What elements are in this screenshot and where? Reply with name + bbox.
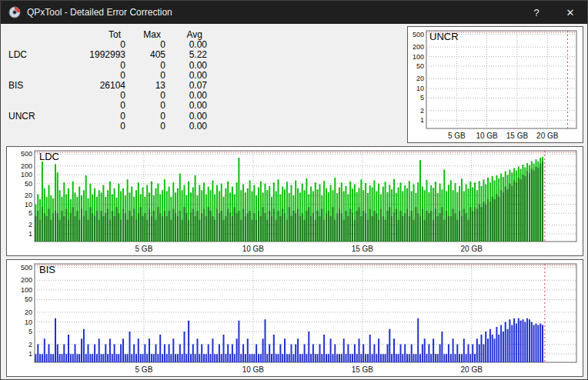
svg-text:50: 50	[25, 180, 32, 188]
svg-text:15 GB: 15 GB	[352, 245, 374, 253]
window-content: TotMaxAvg000.00LDC19929934055.22000.0000…	[1, 24, 587, 379]
svg-text:5: 5	[28, 209, 32, 217]
plot-area	[426, 31, 576, 128]
stat-tot-value: 1992993	[44, 50, 125, 60]
ldc-chart-svg: 5002001005020105215 GB10 GB15 GB20 GB	[7, 147, 583, 255]
stat-max-value: 0	[125, 61, 165, 71]
svg-text:5 GB: 5 GB	[135, 245, 153, 253]
svg-text:50: 50	[25, 295, 32, 303]
stat-tot-value: 26104	[44, 81, 125, 91]
svg-text:10: 10	[416, 85, 424, 92]
qpxtool-window: QPxTool - Detailed Error Correction ? ✕ …	[0, 0, 588, 380]
stat-row-label	[8, 91, 44, 101]
svg-text:200: 200	[21, 276, 32, 284]
stat-tot-value: 0	[44, 112, 125, 122]
stat-row-label	[8, 61, 44, 71]
stat-tot-value: 0	[44, 91, 125, 101]
svg-text:200: 200	[21, 162, 32, 170]
bis-chart-svg: 5002001005020105215 GB10 GB15 GB20 GB	[7, 260, 583, 376]
svg-text:10 GB: 10 GB	[242, 245, 265, 253]
stat-corner	[8, 30, 44, 40]
stat-row-label: BIS	[8, 81, 44, 91]
svg-text:10 GB: 10 GB	[476, 132, 498, 140]
stat-avg-value: 0.00	[165, 61, 207, 71]
stat-max-value: 0	[125, 122, 165, 132]
svg-text:5: 5	[420, 94, 424, 102]
svg-text:200: 200	[413, 43, 424, 51]
svg-text:10 GB: 10 GB	[242, 365, 265, 374]
app-icon	[8, 6, 21, 18]
svg-text:10: 10	[25, 201, 32, 208]
stat-max-value: 0	[125, 91, 165, 101]
error-stats-table: TotMaxAvg000.00LDC19929934055.22000.0000…	[8, 30, 207, 132]
svg-text:100: 100	[21, 286, 32, 294]
svg-text:10: 10	[25, 318, 32, 326]
stat-row-label	[8, 122, 44, 132]
stat-max-value: 405	[125, 50, 165, 60]
x-axis-labels: 5 GB10 GB15 GB20 GB	[135, 245, 483, 253]
svg-text:20: 20	[25, 308, 32, 316]
svg-text:500: 500	[21, 264, 32, 272]
svg-text:20 GB: 20 GB	[461, 245, 483, 253]
svg-text:100: 100	[21, 171, 32, 178]
stat-tot-value: 0	[44, 122, 125, 132]
ldc-chart-title: LDC	[39, 151, 59, 162]
uncr-chart-svg: 5002001005020105215 GB10 GB15 GB20 GB	[408, 27, 583, 142]
bis-chart-title: BIS	[39, 264, 55, 275]
svg-text:20 GB: 20 GB	[461, 365, 483, 374]
svg-text:5: 5	[28, 328, 32, 335]
svg-text:20 GB: 20 GB	[536, 132, 559, 140]
stat-tot-value: 0	[44, 101, 125, 111]
stat-max-value: 0	[125, 101, 165, 111]
titlebar[interactable]: QPxTool - Detailed Error Correction ? ✕	[1, 1, 587, 24]
y-axis-labels: 500200100502010521	[21, 150, 32, 238]
svg-text:500: 500	[413, 31, 424, 38]
bis-chart: BIS 5002001005020105215 GB10 GB15 GB20 G…	[6, 259, 583, 377]
stat-row-label	[8, 101, 44, 111]
x-axis-labels: 5 GB10 GB15 GB20 GB	[448, 132, 559, 140]
svg-text:1: 1	[28, 230, 32, 238]
stat-avg-value: 0.00	[165, 112, 207, 122]
stat-header-tot: Tot	[44, 30, 125, 40]
uncr-chart-title: UNCR	[429, 31, 459, 42]
svg-text:5 GB: 5 GB	[448, 132, 466, 140]
stat-avg-value: 0.00	[165, 101, 207, 111]
stat-max-value: 0	[125, 112, 165, 122]
svg-text:50: 50	[416, 62, 424, 70]
stat-header-max: Max	[125, 30, 165, 40]
svg-text:100: 100	[413, 53, 424, 61]
svg-text:20: 20	[416, 75, 424, 82]
svg-text:20: 20	[25, 192, 32, 199]
stat-max-value: 13	[125, 81, 165, 91]
ldc-chart: LDC 5002001005020105215 GB10 GB15 GB20 G…	[6, 146, 583, 256]
svg-text:15 GB: 15 GB	[506, 132, 529, 140]
svg-text:500: 500	[21, 150, 32, 158]
svg-text:1: 1	[420, 116, 424, 124]
stat-avg-value: 0.00	[165, 122, 207, 132]
y-axis-labels: 500200100502010521	[413, 31, 424, 125]
stat-avg-value: 5.22	[165, 50, 207, 60]
svg-text:2: 2	[28, 221, 32, 228]
help-button[interactable]: ?	[520, 1, 553, 24]
stat-row-label: LDC	[8, 50, 44, 60]
stat-tot-value: 0	[44, 61, 125, 71]
uncr-chart: UNCR 5002001005020105215 GB10 GB15 GB20 …	[407, 26, 583, 143]
y-axis-labels: 500200100502010521	[21, 264, 32, 358]
svg-text:2: 2	[420, 107, 424, 115]
window-title: QPxTool - Detailed Error Correction	[27, 7, 520, 18]
close-button[interactable]: ✕	[553, 1, 587, 24]
svg-text:1: 1	[28, 350, 32, 358]
svg-text:15 GB: 15 GB	[352, 365, 374, 374]
svg-text:2: 2	[28, 341, 32, 348]
x-axis-labels: 5 GB10 GB15 GB20 GB	[135, 365, 483, 374]
svg-text:5 GB: 5 GB	[135, 365, 153, 374]
stat-row-label: UNCR	[8, 112, 44, 122]
